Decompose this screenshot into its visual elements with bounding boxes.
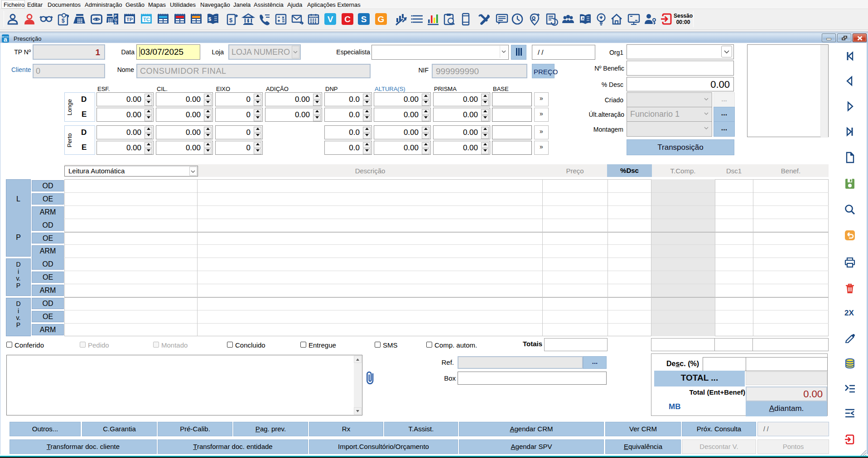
svg-text:S: S xyxy=(361,14,367,24)
svg-text:$: $ xyxy=(229,17,233,24)
svg-text:$: $ xyxy=(247,19,249,23)
svg-text:A: A xyxy=(581,16,584,21)
svg-text:2X: 2X xyxy=(844,309,854,317)
svg-text:a: a xyxy=(4,36,7,43)
svg-text:$: $ xyxy=(208,16,211,22)
svg-text:TC: TC xyxy=(143,17,150,22)
svg-text:V: V xyxy=(328,14,333,24)
svg-text:G: G xyxy=(377,14,384,24)
svg-text:C: C xyxy=(344,14,351,24)
svg-text:S: S xyxy=(114,21,117,25)
svg-text:$: $ xyxy=(62,18,65,24)
svg-text:TP: TP xyxy=(126,17,133,22)
